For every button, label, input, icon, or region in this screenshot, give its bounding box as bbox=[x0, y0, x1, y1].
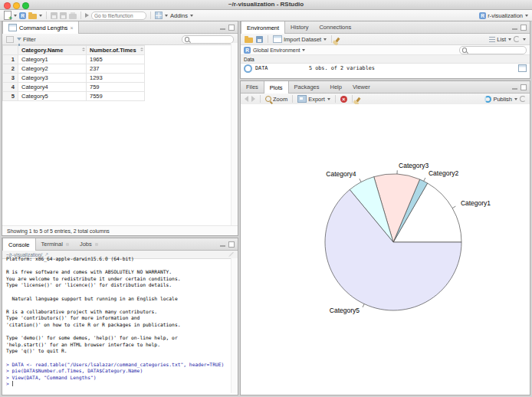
tab-label: Command Lengths bbox=[19, 25, 67, 31]
pane-window-buttons bbox=[220, 25, 235, 31]
table-search-input[interactable] bbox=[191, 37, 231, 42]
open-file-button[interactable] bbox=[28, 12, 42, 19]
number-of-times-cell: 7559 bbox=[87, 92, 145, 101]
pie-label-tick bbox=[363, 304, 364, 307]
publish-label: Publish bbox=[493, 96, 512, 103]
import-dataset-button[interactable]: Import Dataset bbox=[273, 35, 327, 43]
minimize-pane-icon[interactable] bbox=[220, 245, 225, 247]
toolbar-separator bbox=[80, 11, 81, 19]
tab-files[interactable]: Files bbox=[241, 81, 264, 93]
toolbar-separator bbox=[150, 11, 151, 19]
next-plot-icon[interactable] bbox=[251, 96, 255, 102]
chevron-down-icon bbox=[523, 38, 526, 41]
filter-label: Filter bbox=[23, 36, 36, 43]
tab-terminal[interactable]: Terminal bbox=[36, 238, 74, 250]
tab-label: Environment bbox=[247, 25, 279, 31]
popout-icon[interactable] bbox=[6, 36, 14, 43]
print-button[interactable] bbox=[69, 12, 77, 19]
previous-plot-icon[interactable] bbox=[245, 96, 248, 102]
tab-connections[interactable]: Connections bbox=[314, 21, 356, 33]
maximize-pane-icon[interactable] bbox=[521, 84, 527, 90]
category-name-cell: Category5 bbox=[18, 92, 87, 101]
tab-history[interactable]: History bbox=[285, 21, 314, 33]
toolbar-separator bbox=[292, 95, 293, 103]
tab-menu-icon[interactable] bbox=[95, 243, 98, 246]
close-icon[interactable]: × bbox=[70, 25, 73, 31]
remove-plot-icon[interactable]: × bbox=[340, 96, 347, 103]
column-header-number.of.times[interactable]: Number.of.Times bbox=[87, 46, 145, 55]
column-header-rownum[interactable] bbox=[3, 46, 18, 55]
console-line: 'citation()' on how to cite R or R packa… bbox=[6, 322, 231, 329]
export-plot-button[interactable]: Export bbox=[297, 95, 330, 103]
console-output[interactable]: Platform: x86_64-apple-darwin15.6.0 (64-… bbox=[2, 256, 231, 393]
console-line: > DATA <- read.table("/Users/lsalazar/co… bbox=[6, 362, 231, 369]
publish-button[interactable]: Publish bbox=[484, 96, 517, 103]
environment-tabbar: EnvironmentHistoryConnections bbox=[241, 21, 530, 34]
refresh-icon[interactable] bbox=[514, 36, 520, 42]
maximize-pane-icon[interactable] bbox=[228, 25, 235, 31]
tab-packages[interactable]: Packages bbox=[289, 81, 325, 93]
project-menu-button[interactable]: R r-visualization bbox=[479, 12, 528, 19]
filter-button[interactable]: Filter bbox=[17, 36, 36, 43]
refresh-plot-icon[interactable] bbox=[520, 96, 526, 102]
new-project-button[interactable]: R bbox=[19, 12, 26, 19]
table-row[interactable]: 4Category4759 bbox=[3, 83, 145, 92]
list-view-button[interactable]: List bbox=[489, 36, 511, 43]
console-line: R is a collaborative project with many c… bbox=[6, 309, 231, 316]
table-scrollbar[interactable] bbox=[231, 43, 238, 225]
console-scrollbar[interactable] bbox=[231, 258, 238, 393]
sort-icon bbox=[140, 48, 143, 51]
tab-help[interactable]: Help bbox=[324, 81, 346, 93]
tab-viewer[interactable]: Viewer bbox=[347, 81, 376, 93]
console-line: R is free software and comes with ABSOLU… bbox=[6, 269, 231, 276]
table-row[interactable]: 5Category57559 bbox=[3, 92, 145, 101]
console-line bbox=[6, 355, 231, 362]
tab-menu-icon[interactable] bbox=[66, 243, 69, 246]
export-icon bbox=[297, 95, 307, 103]
minimize-window-button[interactable] bbox=[13, 2, 20, 9]
toolbar-separator bbox=[335, 95, 336, 103]
tab-jobs[interactable]: Jobs bbox=[74, 238, 103, 250]
load-workspace-icon[interactable] bbox=[245, 38, 253, 43]
addins-button[interactable]: Addins bbox=[170, 12, 193, 19]
table-row[interactable]: 3Category31293 bbox=[3, 74, 145, 83]
save-button[interactable] bbox=[51, 12, 57, 19]
close-window-button[interactable] bbox=[4, 2, 11, 9]
zoom-window-button[interactable] bbox=[22, 2, 29, 9]
minimize-pane-icon[interactable] bbox=[512, 28, 517, 30]
pane-layout-button[interactable] bbox=[155, 11, 168, 19]
object-summary: 5 obs. of 2 variables bbox=[309, 65, 375, 71]
tab-plots[interactable]: Plots bbox=[264, 81, 289, 94]
console-pane: ConsoleTerminalJobs ~/r-visualization/ ↗… bbox=[2, 238, 238, 395]
main-toolbar: R Addins R r-visualization bbox=[0, 10, 532, 21]
environment-object-row[interactable]: DATA5 obs. of 2 variables bbox=[241, 64, 530, 73]
tab-environment[interactable]: Environment bbox=[241, 21, 285, 34]
table-row[interactable]: 1Category11965 bbox=[3, 55, 145, 64]
table-searchbox[interactable] bbox=[182, 35, 234, 44]
save-all-button[interactable] bbox=[60, 12, 67, 19]
clear-plots-icon[interactable] bbox=[356, 97, 360, 101]
new-file-button[interactable] bbox=[4, 11, 17, 20]
tab-label: Files bbox=[246, 84, 258, 90]
goto-file-searchbox[interactable] bbox=[91, 11, 146, 20]
column-header-category.name[interactable]: Category.Name bbox=[18, 46, 87, 55]
environment-scope-button[interactable]: Global Environment bbox=[253, 48, 305, 53]
minimize-pane-icon[interactable] bbox=[512, 88, 517, 90]
console-line bbox=[6, 263, 231, 270]
r-project-icon: R bbox=[479, 12, 486, 19]
environment-search-input[interactable] bbox=[468, 48, 524, 53]
zoom-plot-button[interactable]: Zoom bbox=[265, 96, 287, 103]
maximize-pane-icon[interactable] bbox=[228, 241, 235, 248]
goto-arrow-icon bbox=[85, 13, 89, 18]
maximize-pane-icon[interactable] bbox=[521, 25, 527, 31]
environment-searchbox[interactable] bbox=[459, 46, 527, 54]
tab-command-lengths[interactable]: Command Lengths × bbox=[2, 21, 79, 34]
data-viewer-pane: Command Lengths × Filter Category.NameNu… bbox=[2, 21, 238, 236]
tab-console[interactable]: Console bbox=[2, 238, 36, 251]
clear-workspace-icon[interactable] bbox=[336, 37, 340, 41]
table-row[interactable]: 2Category2237 bbox=[3, 64, 145, 74]
goto-file-input[interactable] bbox=[94, 13, 143, 18]
minimize-pane-icon[interactable] bbox=[220, 28, 225, 30]
save-workspace-icon[interactable] bbox=[256, 36, 263, 43]
view-table-icon[interactable] bbox=[518, 64, 527, 72]
